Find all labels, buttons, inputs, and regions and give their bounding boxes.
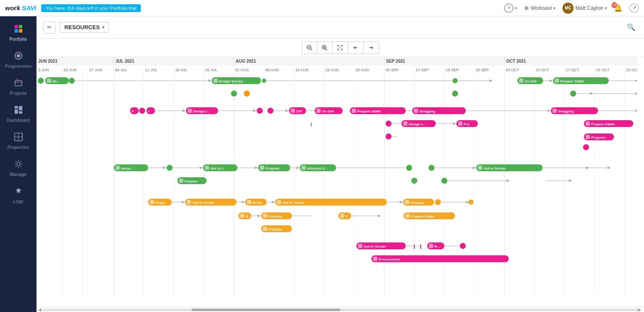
resources-dropdown[interactable]: RESOURCES ▾ — [60, 22, 109, 33]
svg-text:Snagging: Snagging — [558, 109, 574, 113]
sidebar-projects-label: Projects — [9, 91, 27, 96]
svg-text:3 JUN: 3 JUN — [38, 68, 49, 72]
workspace-icon: ⊕ — [524, 5, 529, 11]
svg-text:03 OCT: 03 OCT — [506, 68, 519, 72]
scroll-right-button[interactable] — [364, 41, 379, 54]
sidebar-item-manage[interactable]: Manage — [2, 156, 34, 180]
svg-text:De...: De... — [52, 79, 60, 83]
svg-text:R...: R... — [246, 215, 251, 218]
svg-text:I: I — [148, 109, 149, 113]
svg-text:Out to Tender: Out to Tender — [192, 201, 215, 205]
svg-text:04 JUL: 04 JUL — [115, 68, 128, 72]
sidebar-item-dashboard[interactable]: Dashboard — [2, 102, 34, 126]
svg-rect-12 — [19, 111, 22, 114]
svg-point-256 — [468, 200, 474, 205]
svg-rect-164 — [553, 109, 557, 113]
sidebar-item-programmes[interactable]: Programmes — [2, 48, 34, 72]
svg-text:01 AUG: 01 AUG — [235, 68, 249, 72]
svg-rect-3 — [19, 29, 22, 33]
svg-point-5 — [17, 54, 20, 58]
sidebar-item-logs[interactable]: Logs — [2, 183, 34, 207]
logo-savi: SAVi — [22, 4, 36, 12]
trial-banner: You have 314 days left in your Portfolio… — [41, 4, 140, 12]
svg-point-193 — [167, 165, 173, 171]
properties-icon — [14, 132, 23, 144]
scroll-left-arrow[interactable]: ◀ — [38, 307, 43, 312]
avatar: MC — [562, 3, 574, 14]
scroll-left-button[interactable] — [348, 41, 364, 54]
programmes-icon — [14, 51, 23, 63]
svg-text:Design t...: Design t... — [193, 109, 210, 113]
help-chevron: ▾ — [515, 6, 517, 10]
svg-point-185 — [386, 133, 392, 139]
scrollbar-thumb[interactable] — [191, 309, 340, 311]
svg-text:27 JUN: 27 JUN — [89, 68, 102, 72]
svg-text:Procurement: Procurement — [379, 257, 400, 261]
svg-text:Out to Tender: Out to Tender — [283, 201, 305, 205]
svg-point-225 — [441, 178, 447, 184]
svg-text:Pro: Pro — [464, 122, 469, 126]
svg-rect-10 — [19, 106, 22, 110]
svg-point-102 — [69, 78, 75, 84]
zoom-in-button[interactable] — [317, 41, 333, 54]
svg-text:OCT 2021: OCT 2021 — [506, 59, 526, 64]
gantt-chart[interactable]: JUN 2021 JUL 2021 AUG 2021 SEP 2021 OCT … — [36, 57, 644, 307]
svg-rect-258 — [240, 214, 244, 218]
sidebar-item-projects[interactable]: Projects — [2, 75, 34, 99]
user-chevron: ▾ — [605, 6, 607, 10]
search-button[interactable]: 🔍 — [625, 21, 637, 33]
svg-text:Prepare O&Ms: Prepare O&Ms — [591, 122, 615, 126]
help-button[interactable]: ? ▾ — [504, 3, 517, 13]
sidebar-portfolio-label: Portfolio — [9, 37, 27, 42]
sidebar-properties-label: Properties — [7, 145, 29, 150]
svg-text:Preps: Preps — [155, 201, 165, 205]
user-button[interactable]: MC Matt Cayton ▾ — [562, 3, 607, 14]
topbar: workSAVi You have 314 days left in your … — [0, 0, 644, 16]
svg-rect-147 — [291, 109, 295, 113]
logo: workSAVi — [5, 4, 36, 12]
svg-text:Out to 1: Out to 1 — [210, 167, 224, 170]
edit-button[interactable]: ✏ — [43, 21, 55, 33]
svg-point-98 — [38, 78, 44, 84]
svg-rect-222 — [179, 179, 183, 183]
svg-point-16 — [17, 162, 20, 166]
svg-point-211 — [428, 165, 434, 171]
svg-rect-215 — [478, 166, 482, 170]
workspace-chevron: ▾ — [553, 6, 556, 10]
svg-rect-267 — [340, 214, 344, 218]
svg-text:Prepare: Prepare — [185, 179, 197, 183]
svg-rect-7 — [15, 81, 22, 86]
svg-text:11 JUL: 11 JUL — [145, 68, 158, 72]
profile-button[interactable]: ↗ — [629, 3, 639, 13]
sidebar: Portfolio Programmes Projects — [0, 16, 36, 312]
svg-point-143 — [267, 108, 273, 114]
sidebar-programmes-label: Programmes — [5, 64, 31, 69]
sidebar-logs-label: Logs — [13, 199, 24, 204]
svg-rect-171 — [403, 121, 407, 126]
projects-icon — [14, 78, 23, 90]
logs-icon — [14, 186, 23, 198]
fit-button[interactable] — [333, 41, 348, 54]
zoom-out-button[interactable] — [302, 41, 317, 54]
svg-text:Prepare O&Ms: Prepare O&Ms — [357, 109, 381, 113]
svg-rect-183 — [586, 135, 590, 139]
workspace-button[interactable]: ⊕ Worksavi ▾ — [524, 5, 556, 11]
scroll-right-arrow[interactable]: ▶ — [638, 307, 642, 312]
notifications-button[interactable]: 🔔 72 — [614, 4, 623, 12]
svg-rect-231 — [150, 200, 154, 204]
svg-text:CPi: CPi — [296, 109, 302, 113]
horizontal-scrollbar[interactable]: ◀ ▶ — [36, 307, 644, 312]
svg-text:17 OCT: 17 OCT — [566, 68, 580, 72]
sidebar-item-properties[interactable]: Properties — [2, 129, 34, 153]
resources-label: RESOURCES — [64, 24, 100, 30]
svg-rect-133 — [146, 107, 155, 114]
svg-text:20 JUN: 20 JUN — [64, 68, 76, 72]
portfolio-icon — [14, 24, 23, 36]
svg-rect-25 — [36, 57, 638, 297]
svg-text:05 SEP: 05 SEP — [386, 68, 399, 72]
svg-rect-207 — [301, 166, 306, 170]
gantt-controls-row — [36, 39, 644, 57]
sidebar-item-portfolio[interactable]: Portfolio — [2, 21, 34, 45]
svg-text:Prepare O&Ms: Prepare O&Ms — [560, 79, 584, 83]
notification-badge: 72 — [611, 2, 617, 8]
